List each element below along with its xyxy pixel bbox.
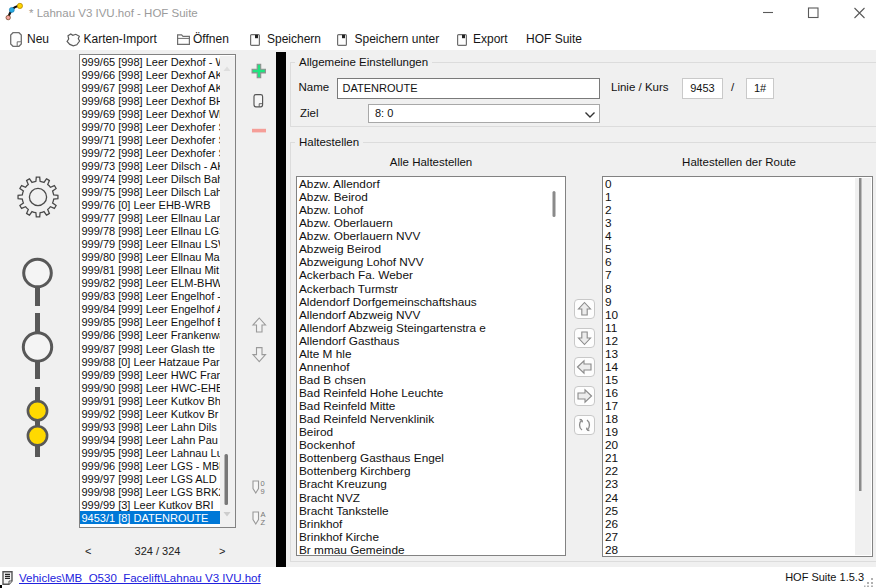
svg-text:Z: Z [261, 518, 266, 527]
svg-text:9: 9 [261, 487, 265, 496]
